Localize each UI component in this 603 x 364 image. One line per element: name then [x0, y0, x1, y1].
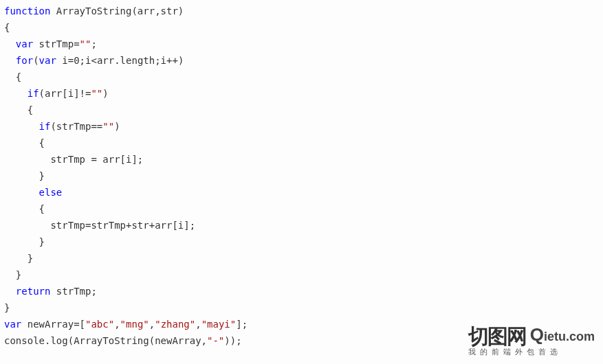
string-literal: "" [91, 88, 102, 99]
kw-function: function [4, 5, 50, 16]
code-text: , [149, 319, 155, 330]
code-text: strTmp=strTmp+str+arr[i]; [4, 220, 195, 231]
code-block: function ArrayToString(arr,str) { var st… [0, 0, 603, 349]
code-text: , [114, 319, 120, 330]
code-text: ]; [236, 319, 248, 330]
code-text [4, 55, 16, 66]
code-text: { [4, 71, 21, 82]
string-literal: "abc" [85, 319, 114, 330]
code-text: newArray=[ [21, 319, 85, 330]
code-text: { [4, 22, 10, 33]
string-literal: "-" [207, 335, 224, 346]
code-text: )); [224, 335, 241, 346]
string-literal: "mng" [120, 319, 149, 330]
code-text: { [4, 203, 45, 214]
code-text: strTmp; [50, 286, 96, 297]
code-text [4, 286, 16, 297]
code-text: i=0;i<arr.length;i++) [56, 55, 184, 66]
code-text: } [4, 236, 45, 247]
kw-else: else [39, 187, 63, 198]
code-text: strTmp = arr[i]; [4, 154, 143, 165]
code-text: (arr[i]!= [39, 88, 91, 99]
string-literal: "mayi" [201, 319, 237, 330]
kw-if: if [28, 88, 39, 99]
string-literal: "zhang" [155, 319, 195, 330]
code-text: strTmp= [33, 38, 79, 49]
code-text: } [4, 302, 10, 313]
kw-var: var [39, 55, 56, 66]
kw-var: var [4, 319, 21, 330]
code-text: ; [91, 38, 96, 49]
kw-return: return [16, 286, 51, 297]
code-text [4, 88, 28, 99]
code-text: ) [102, 88, 108, 99]
code-text [4, 121, 39, 132]
code-text [4, 38, 16, 49]
kw-if: if [39, 121, 51, 132]
code-text: console.log(ArrayToString(newArray, [4, 335, 207, 346]
code-text: } [4, 170, 45, 181]
code-text: ( [33, 55, 39, 66]
code-text: ) [114, 121, 120, 132]
kw-for: for [16, 55, 33, 66]
code-text: , [195, 319, 201, 330]
code-text: ArrayToString(arr,str) [50, 5, 184, 16]
string-literal: "" [102, 121, 114, 132]
code-text: { [4, 137, 45, 148]
code-text: { [4, 104, 33, 115]
kw-var: var [16, 38, 33, 49]
string-literal: "" [80, 38, 91, 49]
code-text: (strTmp== [50, 121, 102, 132]
code-text: } [4, 269, 21, 280]
code-text: } [4, 253, 33, 264]
code-text [4, 187, 39, 198]
